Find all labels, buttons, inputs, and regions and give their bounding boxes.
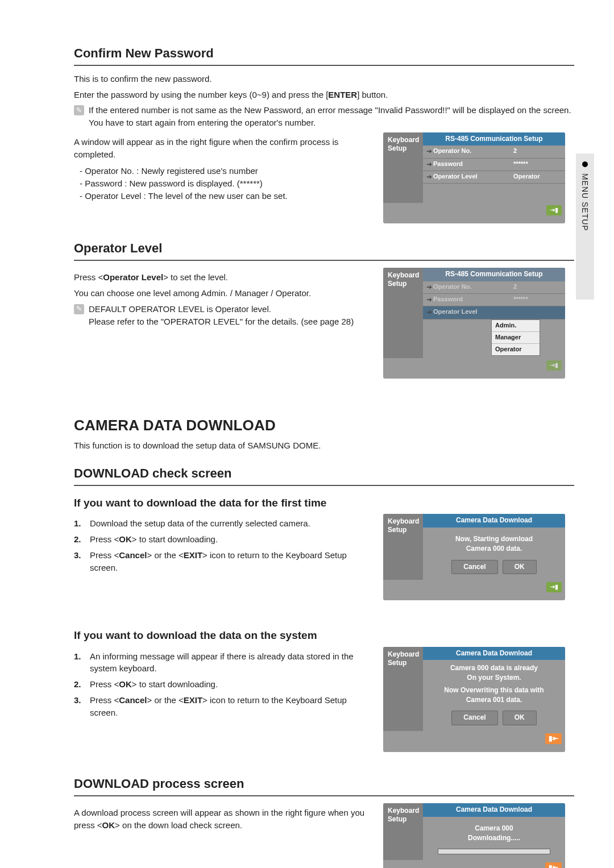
panel-title: RS-485 Communication Setup	[423, 132, 565, 146]
heading-confirm-new-password: Confirm New Password	[74, 44, 574, 66]
heading-download-check: DOWNLOAD check screen	[74, 464, 574, 486]
arrow-icon: ➔	[426, 308, 433, 317]
step-text: Download the setup data of the currently…	[90, 517, 310, 530]
para: You can choose one level among Admin. / …	[74, 287, 370, 300]
panel-title: Camera Data Download	[423, 803, 565, 816]
para: This is to confirm the new password.	[74, 73, 574, 85]
panel-side-label: Keyboard Setup	[383, 268, 423, 358]
interrupt-icon[interactable]: ▮⇤	[545, 862, 562, 868]
para: Press <Operator Level> to set the level.	[74, 271, 370, 284]
panel-operator-level: Keyboard Setup RS-485 Communication Setu…	[383, 268, 565, 378]
para: Enter the password by using the number k…	[74, 89, 574, 101]
panel-download-overwrite: Keyboard Setup Camera Data Download Came…	[383, 647, 565, 753]
panel-message: Camera 000 Downloading.....	[428, 824, 561, 844]
progress-bar	[438, 849, 550, 854]
para: This function is to download the setup d…	[74, 439, 574, 452]
step-text: An informing message will appear if ther…	[90, 650, 370, 675]
panel-side-label: Keyboard Setup	[383, 647, 423, 731]
side-tab-label: MENU SETUP	[580, 173, 590, 231]
cancel-button[interactable]: Cancel	[451, 560, 497, 574]
panel-message: Camera 000 data is already On your Syste…	[428, 663, 561, 683]
dropdown-option[interactable]: Manager	[492, 332, 540, 344]
heading-download-process: DOWNLOAD process screen	[74, 775, 574, 796]
arrow-icon: ➔	[426, 295, 433, 305]
note: ✎ If the entered number is not same as t…	[74, 104, 574, 129]
note-icon: ✎	[74, 304, 84, 314]
panel-rs485-setup: Keyboard Setup RS-485 Communication Setu…	[383, 132, 565, 224]
exit-icon[interactable]: ⇥▮	[546, 582, 562, 592]
dropdown-option[interactable]: Operator	[492, 344, 540, 355]
sub-heading: If you want to download the data for the…	[74, 495, 574, 511]
dropdown-option[interactable]: Admin.	[492, 320, 540, 332]
panel-title: RS-485 Communication Setup	[423, 268, 565, 281]
step-num: 1.	[74, 650, 84, 663]
para: A window will appear as in the right fig…	[74, 136, 370, 161]
side-tab-dot	[582, 161, 588, 167]
heading-operator-level: Operator Level	[74, 239, 574, 261]
panel-download-progress: Keyboard Setup Camera Data Download Came…	[383, 803, 565, 868]
step-num: 3.	[74, 549, 84, 562]
arrow-icon: ➔	[426, 283, 433, 292]
step-text: Press <OK> to start downloading.	[90, 678, 218, 691]
step-num: 1.	[74, 517, 84, 530]
step-num: 2.	[74, 678, 84, 691]
list-item: Operator No. : Newly registered use's nu…	[80, 165, 370, 177]
note-icon: ✎	[74, 105, 84, 115]
cancel-button[interactable]: Cancel	[451, 711, 497, 725]
panel-message: Now Overwriting this data with Camera 00…	[428, 686, 561, 705]
exit-icon[interactable]: ⇥▮	[546, 205, 562, 215]
note: ✎ DEFAULT OPERATOR LEVEL is Operator lev…	[74, 303, 370, 328]
ok-button[interactable]: OK	[503, 711, 537, 725]
panel-title: Camera Data Download	[423, 647, 565, 660]
para: A download process screen will appear as…	[74, 807, 370, 832]
panel-side-label: Keyboard Setup	[383, 514, 423, 580]
list-item: Operator Level : The level of the new us…	[80, 190, 370, 202]
step-num: 3.	[74, 694, 84, 707]
panel-side-label: Keyboard Setup	[383, 803, 423, 860]
panel-title: Camera Data Download	[423, 514, 565, 527]
panel-side-label: Keyboard Setup	[383, 132, 423, 203]
panel-message: Now, Starting download Camera 000 data.	[428, 534, 561, 554]
ok-button[interactable]: OK	[503, 560, 537, 574]
arrow-icon: ➔	[426, 172, 433, 182]
step-text: Press <OK> to start downloading.	[90, 533, 218, 546]
side-tab: MENU SETUP	[576, 153, 594, 300]
arrow-icon: ➔	[426, 147, 433, 156]
exit-icon[interactable]: ⇥▮	[546, 360, 562, 371]
step-num: 2.	[74, 533, 84, 546]
arrow-icon: ➔	[426, 160, 433, 169]
sub-heading: If you want to download the data on the …	[74, 628, 574, 643]
heading-camera-data-download: CAMERA DATA DOWNLOAD	[74, 415, 574, 437]
operator-level-dropdown[interactable]: Admin. Manager Operator	[491, 319, 540, 356]
interrupt-icon[interactable]: ▮⇤	[545, 733, 562, 744]
panel-download-first: Keyboard Setup Camera Data Download Now,…	[383, 514, 565, 600]
list-item: Password : New password is displayed. (*…	[80, 177, 370, 190]
step-text: Press <Cancel> or the <EXIT> icon to ret…	[90, 549, 370, 574]
step-text: Press <Cancel> or the <EXIT> icon to ret…	[90, 694, 370, 719]
